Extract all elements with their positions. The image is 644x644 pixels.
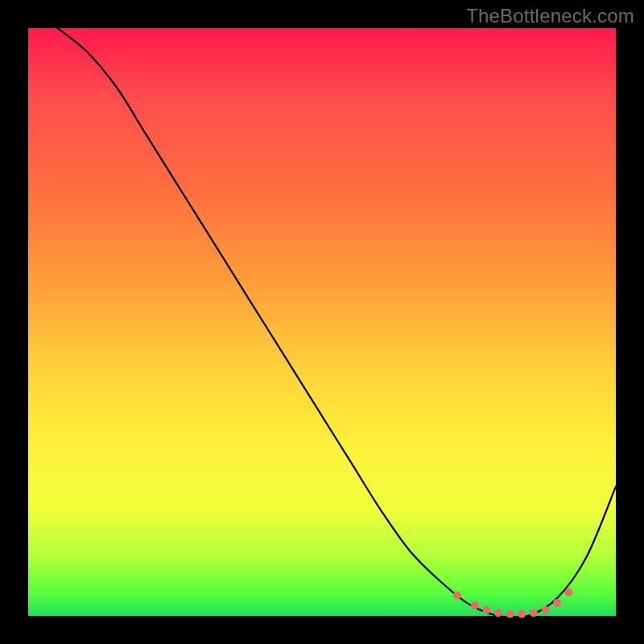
- optimal-marker-dot: [530, 609, 538, 617]
- optimal-marker-dot: [494, 609, 502, 617]
- bottleneck-curve-line: [58, 28, 617, 617]
- plot-area: [28, 28, 616, 616]
- optimal-range-markers: [453, 588, 573, 618]
- optimal-marker-dot: [506, 610, 514, 618]
- optimal-marker-dot: [482, 606, 490, 614]
- watermark-text: TheBottleneck.com: [466, 5, 634, 27]
- optimal-marker-dot: [471, 601, 479, 609]
- chart-frame: TheBottleneck.com: [0, 0, 644, 644]
- optimal-marker-dot: [541, 606, 549, 614]
- optimal-marker-dot: [453, 592, 461, 600]
- optimal-marker-dot: [553, 599, 561, 607]
- optimal-marker-dot: [518, 610, 526, 618]
- curve-svg: [28, 28, 616, 616]
- optimal-marker-dot: [565, 588, 573, 597]
